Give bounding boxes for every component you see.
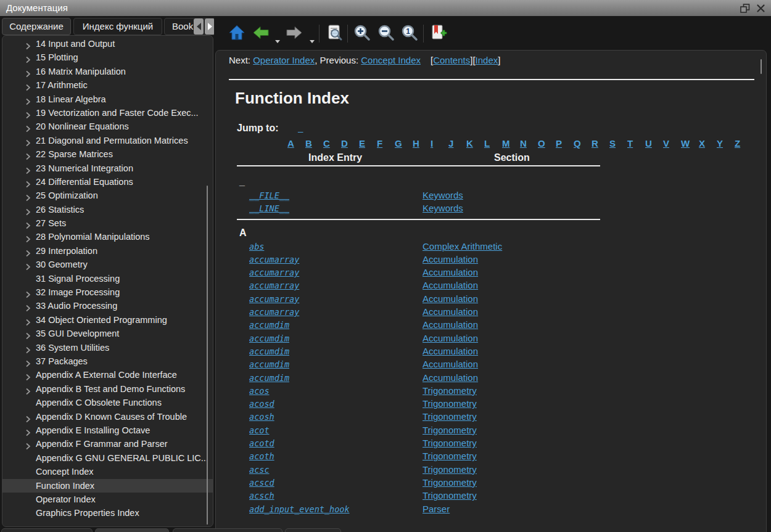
tree-item[interactable]: Appendix A External Code Interface	[2, 368, 213, 382]
bottom-dock-tab-stub[interactable]	[173, 528, 282, 532]
jump-letter-link[interactable]: Y	[717, 138, 732, 149]
tree-item[interactable]: 18 Linear Algebra	[2, 92, 213, 106]
tree-item[interactable]: Appendix D Known Causes of Trouble	[2, 410, 213, 424]
function-link[interactable]: accumdim	[249, 334, 289, 343]
function-link[interactable]: accumarray	[249, 280, 299, 290]
jump-letter-link[interactable]: A	[287, 138, 303, 149]
zoom-original-button[interactable]: 1	[400, 23, 420, 43]
tree-item[interactable]: 23 Numerical Integration	[2, 162, 213, 175]
tree-item[interactable]: 26 Statistics	[2, 203, 213, 216]
bottom-dock-tab-stub[interactable]	[1, 528, 93, 532]
tree-item[interactable]: Function Index	[2, 479, 213, 493]
tree-item[interactable]: Appendix F Grammar and Parser	[2, 437, 213, 451]
jump-letter-link[interactable]: N	[520, 138, 535, 149]
jump-letter-link[interactable]: W	[681, 138, 696, 149]
jump-letter-link[interactable]: U	[645, 138, 661, 149]
function-link[interactable]: accumarray	[249, 294, 299, 304]
function-link[interactable]: accumarray	[249, 255, 299, 264]
tree-item[interactable]: 32 Image Processing	[2, 285, 213, 299]
jump-letter-link[interactable]: P	[556, 138, 571, 149]
tree-item[interactable]: 29 Interpolation	[2, 244, 213, 258]
tree-item[interactable]: Operator Index	[2, 493, 213, 506]
tree-item[interactable]: 37 Packages	[2, 354, 213, 368]
tree-item[interactable]: 15 Plotting	[2, 51, 213, 64]
function-link[interactable]: abs	[249, 242, 264, 252]
section-link[interactable]: Keywords	[423, 202, 463, 215]
restore-window-button[interactable]	[739, 3, 751, 14]
section-link[interactable]: Complex Arithmetic	[423, 240, 502, 253]
section-link[interactable]: Trigonometry	[423, 449, 477, 462]
jump-letter-link[interactable]: M	[502, 138, 517, 149]
jump-letter-link[interactable]: X	[699, 138, 714, 149]
section-link[interactable]: Trigonometry	[423, 410, 477, 423]
function-link[interactable]: acoth	[249, 451, 274, 461]
section-link[interactable]: Accumulation	[423, 345, 478, 358]
tree-item[interactable]: Appendix B Test and Demo Functions	[2, 382, 213, 396]
jump-underscore-link[interactable]: _	[298, 123, 303, 133]
tree-item[interactable]: 34 Object Oriented Programming	[2, 313, 213, 327]
tab-scroll-right-button[interactable]	[205, 18, 214, 35]
tree-item[interactable]: Appendix G GNU GENERAL PUBLIC LIC...	[2, 451, 213, 465]
tree-item[interactable]: 30 Geometry	[2, 258, 213, 271]
jump-letter-link[interactable]: B	[305, 138, 321, 149]
forward-button[interactable]	[285, 23, 305, 43]
tree-item[interactable]: 35 GUI Development	[2, 327, 213, 340]
jump-letter-link[interactable]: Q	[574, 138, 589, 149]
jump-letter-link[interactable]: I	[431, 138, 446, 149]
jump-letter-link[interactable]: H	[413, 138, 428, 149]
jump-letter-link[interactable]: G	[395, 138, 410, 149]
jump-letter-link[interactable]: J	[448, 138, 464, 149]
jump-letter-link[interactable]: K	[466, 138, 482, 149]
function-link[interactable]: acos	[249, 386, 270, 396]
doc-panel-tab[interactable]: Содержание	[2, 18, 71, 35]
section-link[interactable]: Accumulation	[423, 292, 478, 305]
jump-letter-link[interactable]: E	[359, 138, 374, 149]
tree-item[interactable]: 31 Signal Processing	[2, 272, 213, 285]
function-link[interactable]: accumdim	[249, 359, 289, 369]
tree-item[interactable]: 24 Differential Equations	[2, 175, 213, 189]
section-link[interactable]: Trigonometry	[423, 489, 477, 502]
back-history-dropdown[interactable]	[275, 40, 280, 43]
tree-item[interactable]: 16 Matrix Manipulation	[2, 65, 213, 78]
doc-panel-tab[interactable]: Индекс функций	[73, 18, 162, 35]
tree-item[interactable]: 14 Input and Output	[2, 37, 213, 51]
function-link[interactable]: acscd	[249, 478, 274, 488]
section-link[interactable]: Accumulation	[423, 358, 478, 370]
jump-letter-link[interactable]: L	[484, 138, 500, 149]
nav-index-link[interactable]: Index	[476, 55, 498, 65]
function-link[interactable]: acosh	[249, 412, 274, 422]
tree-item[interactable]: 22 Sparse Matrices	[2, 147, 213, 161]
tree-item[interactable]: 33 Audio Processing	[2, 299, 213, 313]
function-link[interactable]: accumarray	[249, 268, 299, 277]
tree-item[interactable]: Appendix E Installing Octave	[2, 424, 213, 437]
section-link[interactable]: Trigonometry	[423, 476, 477, 489]
function-link[interactable]: __FILE__	[249, 190, 289, 200]
tree-item[interactable]: 25 Optimization	[2, 189, 213, 202]
content-scrollbar[interactable]	[761, 59, 762, 74]
zoom-out-button[interactable]	[377, 23, 397, 43]
nav-contents-link[interactable]: Contents	[433, 55, 470, 65]
home-button[interactable]	[228, 23, 247, 43]
section-link[interactable]: Parser	[423, 502, 450, 515]
tree-item[interactable]: 27 Sets	[2, 216, 213, 230]
function-link[interactable]: accumdim	[249, 320, 289, 330]
tree-item[interactable]: 20 Nonlinear Equations	[2, 120, 213, 133]
function-link[interactable]: acsc	[249, 465, 270, 475]
add-bookmark-button[interactable]	[429, 23, 449, 43]
function-link[interactable]: acot	[249, 425, 270, 435]
tree-item[interactable]: 21 Diagonal and Permutation Matrices	[2, 134, 213, 147]
tree-item[interactable]: 36 System Utilities	[2, 341, 213, 354]
section-link[interactable]: Accumulation	[423, 371, 478, 384]
function-link[interactable]: acsch	[249, 491, 274, 501]
tab-scroll-left-button[interactable]	[194, 18, 204, 35]
jump-letter-link[interactable]: R	[592, 138, 607, 149]
tree-scrollbar[interactable]	[207, 186, 208, 525]
section-link[interactable]: Accumulation	[423, 279, 478, 292]
close-window-button[interactable]	[754, 3, 767, 14]
nav-previous-link[interactable]: Concept Index	[361, 55, 421, 65]
nav-next-link[interactable]: Operator Index	[253, 55, 315, 65]
function-link[interactable]: acotd	[249, 438, 274, 448]
section-link[interactable]: Trigonometry	[423, 424, 477, 436]
function-link[interactable]: accumdim	[249, 373, 289, 383]
bottom-dock-tab-stub[interactable]	[95, 528, 169, 532]
